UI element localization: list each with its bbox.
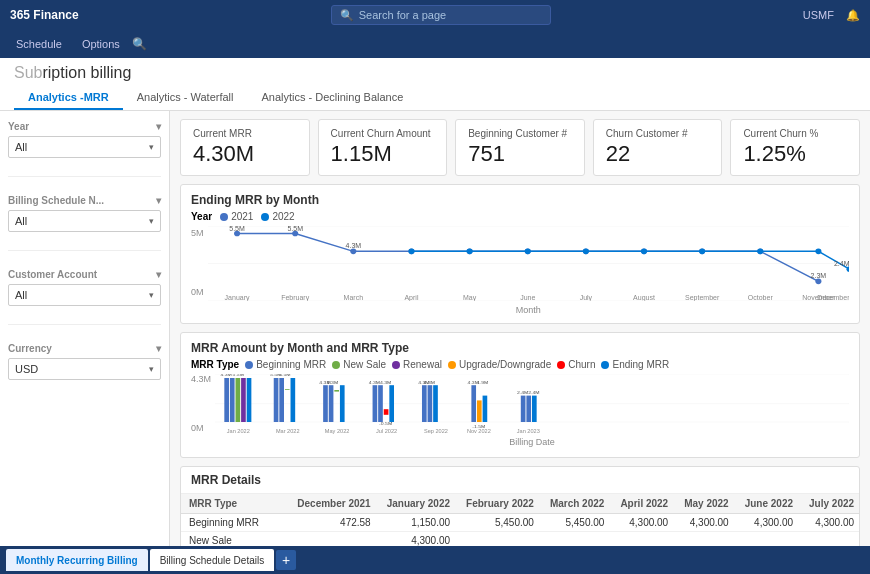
chevron-icon: ▾ xyxy=(149,216,154,226)
svg-text:July: July xyxy=(579,295,592,302)
mrr-type-label: MRR Type xyxy=(191,359,239,370)
svg-rect-58 xyxy=(334,390,339,392)
svg-text:4.3M: 4.3M xyxy=(369,380,380,385)
tab-analytics-waterfall[interactable]: Analytics - Waterfall xyxy=(123,86,248,110)
kpi-current-mrr-value: 4.30M xyxy=(193,141,297,167)
svg-text:May 2022: May 2022 xyxy=(325,429,350,434)
svg-rect-50 xyxy=(274,378,279,422)
year-legend-label: Year xyxy=(191,211,212,222)
legend-2021-dot xyxy=(220,213,228,221)
svg-point-13 xyxy=(815,279,821,285)
year-filter: Year ▾ All ▾ xyxy=(8,121,161,158)
svg-rect-59 xyxy=(340,386,345,423)
table-cell: 472.58 xyxy=(289,514,378,532)
svg-text:Mar 2022: Mar 2022 xyxy=(276,429,300,434)
svg-text:Jan 2023: Jan 2023 xyxy=(517,429,540,434)
mrr-amount-chart: MRR Amount by Month and MRR Type MRR Typ… xyxy=(180,332,860,458)
svg-text:4.3M: 4.3M xyxy=(380,380,391,385)
svg-rect-82 xyxy=(532,396,537,422)
top-bar: 365 Finance 🔍 Search for a page USMF 🔔 xyxy=(0,0,870,30)
add-tab-button[interactable]: + xyxy=(276,550,296,570)
svg-point-22 xyxy=(641,249,647,255)
col-dec-2021: December 2021 xyxy=(289,494,378,514)
svg-rect-56 xyxy=(323,386,328,423)
customer-account-select[interactable]: All ▾ xyxy=(8,284,161,306)
chevron-down-icon: ▾ xyxy=(156,195,161,206)
svg-rect-45 xyxy=(236,378,241,422)
table-row: Beginning MRR472.581,150.005,450.005,450… xyxy=(181,514,859,532)
legend-churn: Churn xyxy=(557,359,595,370)
svg-text:June: June xyxy=(520,295,535,302)
svg-rect-71 xyxy=(433,386,438,423)
kpi-churn-customer-value: 22 xyxy=(606,141,710,167)
billing-schedule-label: Billing Schedule N... ▾ xyxy=(8,195,161,206)
year-select[interactable]: All ▾ xyxy=(8,136,161,158)
schedule-button[interactable]: Schedule xyxy=(8,36,70,52)
notification-icon[interactable]: 🔔 xyxy=(846,9,860,22)
mrr-amount-title: MRR Amount by Month and MRR Type xyxy=(191,341,849,355)
options-button[interactable]: Options xyxy=(74,36,128,52)
kpi-churn-amount: Current Churn Amount 1.15M xyxy=(318,119,448,176)
table-cell: 4,300.00 xyxy=(676,514,736,532)
chevron-down-icon: ▾ xyxy=(156,343,161,354)
kpi-current-mrr-label: Current MRR xyxy=(193,128,297,139)
mrr-chart-legend: Year 2021 2022 xyxy=(191,211,849,222)
tab-billing-schedule-details[interactable]: Billing Schedule Details xyxy=(150,549,275,571)
sidebar: Year ▾ All ▾ Billing Schedule N... ▾ All… xyxy=(0,111,170,574)
svg-rect-80 xyxy=(521,396,526,422)
y-axis-labels: 5M 0M xyxy=(191,226,208,311)
col-mar-2022: March 2022 xyxy=(542,494,612,514)
global-search[interactable]: 🔍 Search for a page xyxy=(331,5,551,25)
kpi-current-churn-pct-label: Current Churn % xyxy=(743,128,847,139)
svg-text:February: February xyxy=(281,295,310,302)
chevron-icon: ▾ xyxy=(149,290,154,300)
legend-upgrade: Upgrade/Downgrade xyxy=(448,359,551,370)
tab-bar: Analytics -MRR Analytics - Waterfall Ana… xyxy=(14,86,856,110)
bar-chart-svg: 4.3M 5.5M 5.5M 5.5M 4. xyxy=(215,374,849,434)
svg-text:2.4M: 2.4M xyxy=(833,261,849,268)
table-cell: 5,450.00 xyxy=(542,514,612,532)
kpi-current-mrr: Current MRR 4.30M xyxy=(180,119,310,176)
svg-text:1.9M: 1.9M xyxy=(477,380,488,385)
svg-text:May: May xyxy=(463,295,477,302)
svg-text:Sep 2022: Sep 2022 xyxy=(424,429,448,434)
legend-renewal-dot xyxy=(392,361,400,369)
svg-text:March: March xyxy=(343,295,363,302)
main-layout: Year ▾ All ▾ Billing Schedule N... ▾ All… xyxy=(0,111,870,574)
legend-beginning: Beginning MRR xyxy=(245,359,326,370)
app-title: 365 Finance xyxy=(10,8,79,22)
kpi-churn-customer-label: Churn Customer # xyxy=(606,128,710,139)
chevron-down-icon: ▾ xyxy=(156,269,161,280)
legend-churn-dot xyxy=(557,361,565,369)
col-jul-2022: July 2022 xyxy=(801,494,859,514)
svg-point-25 xyxy=(815,249,821,255)
kpi-churn-amount-label: Current Churn Amount xyxy=(331,128,435,139)
legend-new-sale-dot xyxy=(332,361,340,369)
line-chart-container: 5M 0M xyxy=(191,226,849,315)
chevron-icon: ▾ xyxy=(149,364,154,374)
billing-schedule-select[interactable]: All ▾ xyxy=(8,210,161,232)
svg-text:5.5M: 5.5M xyxy=(279,374,290,377)
currency-select[interactable]: USD ▾ xyxy=(8,358,161,380)
svg-rect-75 xyxy=(477,401,482,423)
col-apr-2022: April 2022 xyxy=(612,494,676,514)
search-placeholder: Search for a page xyxy=(359,9,446,21)
legend-2021: 2021 xyxy=(220,211,253,222)
svg-point-24 xyxy=(757,249,763,255)
svg-text:Jul 2022: Jul 2022 xyxy=(376,429,397,434)
kpi-churn-customer: Churn Customer # 22 xyxy=(593,119,723,176)
customer-account-filter: Customer Account ▾ All ▾ xyxy=(8,269,161,306)
tab-analytics-declining[interactable]: Analytics - Declining Balance xyxy=(247,86,417,110)
tab-analytics-mrr[interactable]: Analytics -MRR xyxy=(14,86,123,110)
svg-text:4.3M: 4.3M xyxy=(424,380,435,385)
table-cell: 1,150.00 xyxy=(379,514,458,532)
legend-beginning-dot xyxy=(245,361,253,369)
tab-monthly-recurring[interactable]: Monthly Recurring Billing xyxy=(6,549,148,571)
legend-new-sale: New Sale xyxy=(332,359,386,370)
nav-search-icon[interactable]: 🔍 xyxy=(132,37,147,51)
svg-text:4.3M: 4.3M xyxy=(345,242,361,249)
svg-point-19 xyxy=(466,249,472,255)
svg-rect-47 xyxy=(247,378,252,422)
svg-text:April: April xyxy=(404,295,419,302)
x-axis-label: Month xyxy=(208,305,849,315)
